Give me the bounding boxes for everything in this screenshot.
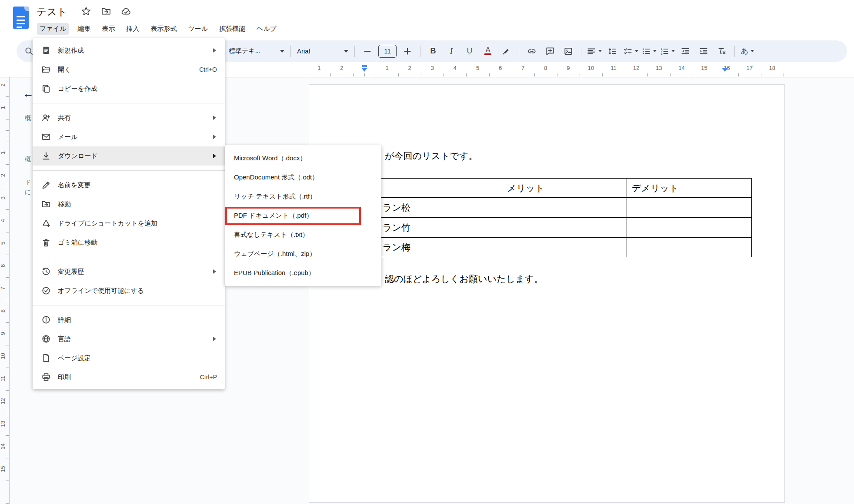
checklist-button[interactable] bbox=[621, 44, 640, 59]
ruler-tick bbox=[557, 73, 557, 76]
logo-fold bbox=[24, 7, 29, 11]
table-cell[interactable]: ラン梅 bbox=[367, 238, 502, 257]
outro-paragraph[interactable]: 認のほどよろしくお願いいたします。 bbox=[385, 273, 543, 285]
google-docs-logo-icon[interactable] bbox=[13, 7, 29, 29]
right-indent-marker[interactable] bbox=[722, 68, 728, 72]
insert-link-button[interactable] bbox=[523, 44, 541, 59]
line-spacing-button[interactable] bbox=[603, 44, 621, 59]
menu-item-copy[interactable]: コピーを作成 bbox=[33, 79, 225, 98]
document-table[interactable]: メリットデメリットラン松ラン竹ラン梅 bbox=[367, 178, 752, 257]
decrease-font-size-button[interactable] bbox=[358, 44, 377, 59]
menu-item-new-document[interactable]: 新規作成 bbox=[33, 41, 225, 60]
submenu-item-0[interactable]: Microsoft Word（.docx） bbox=[225, 149, 381, 168]
paragraph-style-dropdown[interactable]: 標準テキ... bbox=[226, 44, 287, 59]
submenu-item-6[interactable]: EPUB Publication（.epub） bbox=[225, 263, 381, 282]
numbered-list-button[interactable]: 123 bbox=[658, 44, 676, 59]
menu-item-share-person-add[interactable]: 共有 bbox=[33, 108, 225, 127]
table-header-cell[interactable]: メリット bbox=[502, 179, 627, 198]
align-button[interactable] bbox=[585, 44, 603, 59]
menu-item-drive-shortcut[interactable]: ドライブにショートカットを追加 bbox=[33, 214, 225, 233]
table-cell[interactable] bbox=[627, 218, 752, 238]
submenu-item-4[interactable]: 書式なしテキスト（.txt） bbox=[225, 225, 381, 244]
ruler-number: 1 bbox=[317, 65, 320, 71]
clear-formatting-button[interactable] bbox=[713, 44, 731, 59]
ruler-tick bbox=[421, 73, 421, 76]
submenu-item-1[interactable]: OpenDocument 形式（.odt） bbox=[225, 168, 381, 187]
increase-indent-button[interactable] bbox=[694, 44, 713, 59]
menubar-item-5[interactable]: ツール bbox=[185, 23, 210, 35]
menu-item-email[interactable]: メール bbox=[33, 127, 225, 146]
menu-item-open-folder[interactable]: 開くCtrl+O bbox=[33, 60, 225, 79]
font-family-dropdown[interactable]: Arial bbox=[294, 44, 351, 59]
menu-item-trash[interactable]: ゴミ箱に移動 bbox=[33, 233, 225, 252]
ruler-tick bbox=[625, 73, 625, 76]
move-to-folder-icon[interactable] bbox=[101, 6, 111, 17]
menubar-item-1[interactable]: 編集 bbox=[75, 23, 93, 35]
highlight-color-button[interactable] bbox=[497, 44, 515, 59]
insert-image-button[interactable] bbox=[559, 44, 577, 59]
outline-fragment: 概 bbox=[25, 114, 33, 122]
left-indent-marker[interactable] bbox=[361, 65, 367, 72]
input-tools-button[interactable]: あ bbox=[738, 44, 757, 59]
add-comment-button[interactable] bbox=[541, 44, 559, 59]
table-cell[interactable] bbox=[627, 198, 752, 218]
menu-item-label: ドライブにショートカットを追加 bbox=[58, 219, 157, 228]
submenu-arrow-icon bbox=[213, 116, 216, 120]
menubar-item-6[interactable]: 拡張機能 bbox=[217, 23, 248, 35]
table-cell[interactable]: ラン竹 bbox=[367, 218, 502, 238]
increase-font-size-button[interactable] bbox=[398, 44, 417, 59]
table-cell[interactable] bbox=[502, 218, 627, 238]
ruler-tick bbox=[398, 73, 399, 76]
highlighter-icon bbox=[501, 46, 511, 56]
submenu-item-5[interactable]: ウェブページ（.html、zip） bbox=[225, 244, 381, 263]
italic-button[interactable]: I bbox=[442, 44, 460, 59]
copy-icon bbox=[41, 84, 51, 93]
image-icon bbox=[564, 46, 573, 56]
table-cell[interactable] bbox=[502, 198, 627, 218]
star-icon[interactable] bbox=[81, 6, 91, 17]
menu-item-page-setup[interactable]: ページ設定 bbox=[33, 348, 225, 368]
menu-item-print[interactable]: 印刷Ctrl+P bbox=[33, 368, 225, 387]
underline-button[interactable]: U bbox=[460, 44, 479, 59]
table-header-cell[interactable]: デメリット bbox=[627, 179, 752, 198]
menubar-item-3[interactable]: 挿入 bbox=[123, 23, 142, 35]
menubar-item-4[interactable]: 表示形式 bbox=[148, 23, 179, 35]
numbered-list-icon: 123 bbox=[660, 46, 669, 56]
menubar: ファイル編集表示挿入表示形式ツール拡張機能ヘルプ bbox=[37, 23, 279, 35]
menu-item-download[interactable]: ダウンロード bbox=[33, 146, 225, 166]
outline-fragment: 概 bbox=[25, 156, 33, 163]
offline-check-icon bbox=[41, 286, 51, 295]
rename-pencil-icon bbox=[41, 180, 51, 190]
chevron-down-icon bbox=[598, 50, 602, 52]
menu-item-rename-pencil[interactable]: 名前を変更 bbox=[33, 176, 225, 195]
intro-paragraph[interactable]: が今回のリストです。 bbox=[385, 150, 477, 162]
menu-item-info[interactable]: 詳細 bbox=[33, 310, 225, 329]
document-title[interactable]: テスト bbox=[37, 5, 67, 19]
table-header-cell[interactable] bbox=[367, 179, 502, 198]
toolbar-divider bbox=[420, 46, 420, 57]
menubar-item-file[interactable]: ファイル bbox=[37, 23, 69, 35]
table-cell[interactable]: ラン松 bbox=[367, 198, 502, 218]
menu-item-label: ゴミ箱に移動 bbox=[58, 239, 97, 247]
chevron-down-icon bbox=[751, 50, 754, 52]
menubar-item-7[interactable]: ヘルプ bbox=[254, 23, 279, 35]
submenu-item-2[interactable]: リッチ テキスト形式（.rtf） bbox=[225, 187, 381, 206]
decrease-indent-button[interactable] bbox=[676, 44, 694, 59]
menu-item-language-globe[interactable]: 言語 bbox=[33, 329, 225, 348]
ruler-tick bbox=[693, 73, 693, 76]
table-cell[interactable] bbox=[627, 238, 752, 257]
download-icon bbox=[41, 151, 51, 161]
table-cell[interactable] bbox=[502, 238, 627, 257]
bulleted-list-button[interactable] bbox=[640, 44, 658, 59]
menu-item-move-folder[interactable]: 移動 bbox=[33, 195, 225, 214]
email-icon bbox=[41, 132, 51, 142]
menubar-item-2[interactable]: 表示 bbox=[99, 23, 117, 35]
text-color-button[interactable]: A bbox=[479, 44, 497, 59]
bold-button[interactable]: B bbox=[424, 44, 442, 59]
font-size-input[interactable]: 11 bbox=[378, 45, 397, 58]
menu-separator bbox=[33, 305, 225, 305]
menu-item-offline-check[interactable]: オフラインで使用可能にする bbox=[33, 281, 225, 300]
cloud-status-icon[interactable] bbox=[121, 6, 131, 17]
menu-item-history[interactable]: 変更履歴 bbox=[33, 262, 225, 281]
ruler-number: 10 bbox=[588, 65, 594, 71]
